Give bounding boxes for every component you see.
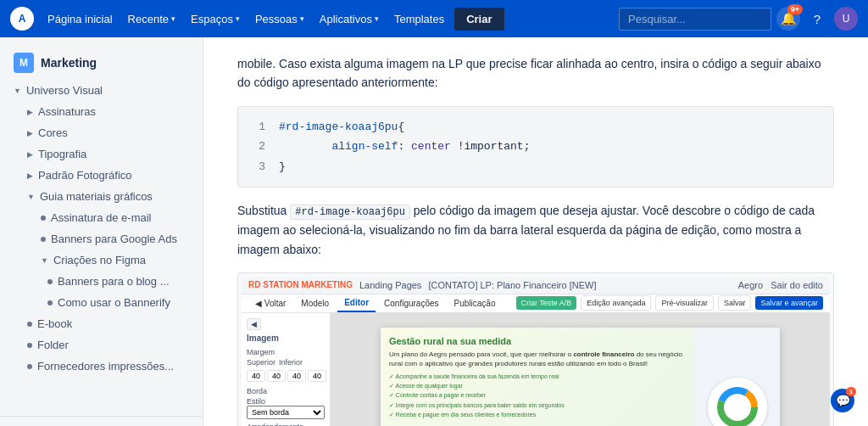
- sidebar-divider: [0, 416, 203, 417]
- sidebar-item-como-usar-bannerify[interactable]: Como usar o Bannerify: [0, 292, 203, 313]
- browser-tab-landing: Landing Pages: [359, 280, 421, 290]
- code-block: 1 #rd-image-koaaj6pu{ 2 align-self: cent…: [237, 106, 834, 188]
- code-text: align-self: center !important;: [279, 137, 530, 156]
- recente-label: Recente: [128, 13, 169, 25]
- home-nav-item[interactable]: Página inicial: [42, 9, 118, 29]
- sidebar-item-label: Cores: [38, 126, 68, 139]
- sidebar-item-cores[interactable]: ▶ Cores: [0, 122, 203, 143]
- marketing-checklist: ✓ Acompanhe a saúde financeira da sua fa…: [389, 372, 687, 419]
- pessoas-chevron-icon: ▾: [300, 14, 304, 23]
- espacos-label: Espaços: [191, 13, 233, 25]
- aplicativos-label: Aplicativos: [320, 13, 372, 25]
- line-number: 1: [252, 117, 265, 137]
- borda-label: Borda: [247, 387, 325, 395]
- avatar-initials: U: [843, 13, 850, 25]
- logo-text: A: [19, 13, 26, 25]
- tab-editor[interactable]: Editor: [337, 294, 376, 312]
- pessoas-label: Pessoas: [255, 13, 298, 25]
- estilo-select[interactable]: Sem borda: [247, 406, 325, 419]
- dot-icon: [41, 237, 46, 242]
- dot-icon: [41, 216, 46, 221]
- left-panel: ◀ Imagem Margem Superior Inferior: [242, 313, 331, 426]
- sidebar-item-guia-materiais[interactable]: ▼ Guia materiais gráficos: [0, 186, 203, 207]
- editor-tabs-bar: ◀ Voltar Modelo Editor Configurações Pub…: [242, 294, 830, 313]
- sidebar-item-ebook[interactable]: E-book: [0, 313, 203, 334]
- sidebar-item-universo-visual[interactable]: ▼ Universo Visual: [0, 80, 203, 101]
- sidebar-logo: M: [14, 53, 34, 73]
- sidebar-item-label: Tipografia: [38, 148, 86, 160]
- tab-publicacao[interactable]: Publicação: [448, 295, 503, 311]
- line-number: 3: [252, 157, 265, 177]
- edicao-avancada-button[interactable]: Edição avançada: [581, 295, 651, 311]
- sidebar-item-tipografia[interactable]: ▶ Tipografia: [0, 143, 203, 165]
- marketing-right: [695, 328, 780, 426]
- code-text: #rd-image-koaaj6pu{: [279, 117, 404, 137]
- guia-materiais-chevron-icon: ▼: [27, 193, 35, 201]
- sidebar-title: Marketing: [41, 56, 97, 70]
- mini-browser-bar: RD STATION MARKETING Landing Pages [CONT…: [242, 277, 830, 294]
- pessoas-nav-item[interactable]: Pessoas ▾: [250, 9, 309, 29]
- tab-voltar[interactable]: ◀ Voltar: [248, 295, 292, 311]
- dot-icon: [47, 279, 53, 284]
- sidebar-item-padrao-fotografico[interactable]: ▶ Padrão Fotográfico: [0, 165, 203, 186]
- screenshot-inner: RD STATION MARKETING Landing Pages [CONT…: [238, 273, 833, 426]
- code-text: }: [279, 157, 286, 177]
- margin-label: Margem: [247, 348, 325, 356]
- mini-browser: RD STATION MARKETING Landing Pages [CONT…: [242, 277, 830, 426]
- criar-teste-ab-button[interactable]: Criar Teste A/B: [516, 296, 577, 310]
- salvar-avancar-button[interactable]: Salvar e avançar: [755, 296, 823, 310]
- dot-icon: [27, 322, 32, 327]
- pre-visualizar-button[interactable]: Pré-visualizar: [655, 295, 714, 311]
- sidebar-footer-archived[interactable]: P Páginas arquivadas: [0, 422, 203, 426]
- arredondamento-label: Arredondamento: [247, 423, 325, 426]
- app-logo[interactable]: A: [10, 7, 34, 31]
- notifications-icon[interactable]: 🔔 9+: [776, 7, 800, 31]
- chat-bubble-button[interactable]: 💬 1: [831, 389, 854, 412]
- line-number: 2: [252, 137, 265, 156]
- templates-nav-item[interactable]: Templates: [389, 9, 449, 29]
- tab-modelo[interactable]: Modelo: [294, 295, 336, 311]
- dot-icon: [27, 343, 32, 348]
- panel-nav-icon[interactable]: ◀: [247, 318, 261, 330]
- browser-bar-right: Aegro Sair do edito: [738, 280, 823, 290]
- sidebar-item-assinatura-email[interactable]: Assinatura de e-mail: [0, 207, 203, 228]
- sidebar: M Marketing ▼ Universo Visual ▶ Assinatu…: [0, 37, 203, 426]
- description-paragraph: Substitua #rd-image-koaaj6pu pelo código…: [237, 201, 834, 259]
- sidebar-header: M Marketing: [0, 44, 203, 80]
- sidebar-item-folder[interactable]: Folder: [0, 334, 203, 356]
- canvas-area: Gestão rural na sua medida Um plano do A…: [331, 313, 830, 426]
- avatar[interactable]: U: [834, 7, 858, 31]
- margin-superior-label: Superior: [247, 358, 275, 367]
- search-input[interactable]: [619, 8, 771, 31]
- recente-nav-item[interactable]: Recente ▾: [123, 9, 181, 29]
- sidebar-item-criacoes-figma[interactable]: ▼ Criações no Figma: [0, 249, 203, 271]
- salvar-button[interactable]: Salvar: [718, 295, 752, 311]
- criar-button[interactable]: Criar: [454, 8, 504, 31]
- sidebar-item-banners-blog[interactable]: Banners para o blog ...: [0, 271, 203, 292]
- padrao-fotografico-chevron-icon: ▶: [27, 171, 33, 180]
- margin-right-input[interactable]: [267, 370, 286, 382]
- estilo-label: Estilo: [247, 397, 325, 406]
- sidebar-item-label: Criações no Figma: [53, 254, 146, 266]
- sidebar-item-label: Assinaturas: [38, 105, 96, 118]
- sidebar-item-assinaturas[interactable]: ▶ Assinaturas: [0, 101, 203, 122]
- help-icon[interactable]: ?: [805, 7, 829, 31]
- sidebar-item-label: Universo Visual: [26, 84, 103, 97]
- browser-tab-contact: [CONTATO] LP: Plano Financeiro [NEW]: [428, 280, 596, 290]
- sidebar-item-label: Guia materiais gráficos: [40, 190, 153, 203]
- main-content: mobile. Caso exista alguma imagem na LP …: [203, 37, 868, 426]
- margin-left-input[interactable]: [308, 370, 326, 382]
- margin-bottom-input[interactable]: [287, 370, 306, 382]
- tab-configuracoes[interactable]: Configurações: [377, 295, 445, 311]
- sidebar-item-fornecedores[interactable]: Fornecedores impressões...: [0, 356, 203, 377]
- sidebar-item-label: Folder: [37, 339, 69, 351]
- chat-badge: 1: [846, 387, 856, 396]
- aplicativos-nav-item[interactable]: Aplicativos ▾: [314, 9, 384, 29]
- espacos-nav-item[interactable]: Espaços ▾: [186, 9, 245, 29]
- sidebar-item-label: Fornecedores impressões...: [37, 360, 174, 373]
- sidebar-item-banners-google[interactable]: Banners para Google Ads: [0, 228, 203, 249]
- sidebar-item-label: Padrão Fotográfico: [38, 169, 132, 182]
- recente-chevron-icon: ▾: [171, 14, 175, 23]
- margin-top-input[interactable]: [247, 370, 265, 382]
- sidebar-item-label: E-book: [37, 317, 72, 330]
